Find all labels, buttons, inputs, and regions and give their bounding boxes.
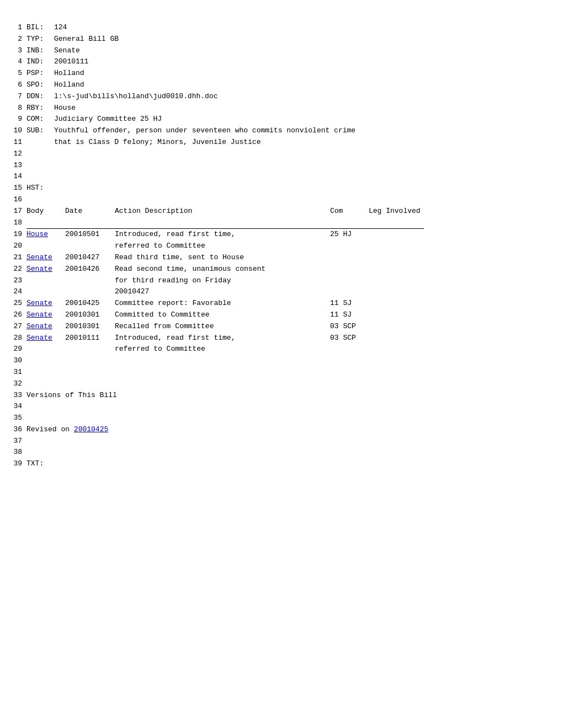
line-content: IND:20010111 — [26, 56, 552, 68]
line-content: referred to Committee — [26, 240, 552, 252]
field-value: House — [54, 104, 76, 112]
line-8: 8RBY:House — [11, 103, 552, 114]
line-content: referred to Committee — [26, 344, 552, 355]
line-content: Senate20010301Recalled from Committee03 … — [26, 321, 552, 333]
line-number: 12 — [11, 148, 26, 160]
divider-com — [330, 217, 369, 229]
line-2: 2TYP:General Bill GB — [11, 34, 552, 45]
line-17: 17BodyDateAction DescriptionComLeg Invol… — [11, 206, 552, 217]
history-body-link[interactable]: Senate — [26, 298, 65, 309]
line-number: 33 — [11, 390, 26, 402]
col-header-action: Action Description — [115, 206, 330, 217]
line-7: 7DDN:l:\s-jud\bills\holland\jud0010.dhh.… — [11, 91, 552, 103]
history-body-link[interactable]: Senate — [26, 321, 65, 333]
line-12: 12 — [11, 148, 552, 160]
field-label: HST: — [26, 183, 54, 194]
line-28: 28Senate20010111Introduced, read first t… — [11, 333, 552, 344]
field-label: RBY: — [26, 103, 54, 114]
history-body-link[interactable]: Senate — [26, 309, 65, 321]
line-content: HST: — [26, 183, 552, 194]
history-action: Read second time, unanimous consent — [115, 264, 330, 275]
line-content — [26, 447, 552, 458]
line-34: 34 — [11, 401, 552, 413]
line-number: 21 — [11, 252, 26, 264]
history-body-link[interactable]: House — [26, 229, 65, 240]
line-number: 32 — [11, 378, 26, 390]
line-25: 25Senate20010425Committee report: Favora… — [11, 298, 552, 309]
line-content — [26, 436, 552, 447]
field-label: COM: — [26, 114, 54, 125]
line-number: 8 — [11, 103, 26, 114]
history-action: Recalled from Committee — [115, 321, 330, 333]
history-body-link[interactable]: Senate — [26, 252, 65, 264]
line-1: 1BIL:124 — [11, 22, 552, 34]
line-number: 37 — [11, 436, 26, 447]
line-number: 29 — [11, 344, 26, 355]
line-5: 5PSP:Holland — [11, 68, 552, 79]
line-number: 2 — [11, 34, 26, 45]
line-36: 36Revised on 20010425 — [11, 424, 552, 436]
field-value: Judiciary Committee 25 HJ — [54, 115, 162, 123]
field-label: SUB: — [26, 125, 54, 137]
line-content: TXT: — [26, 458, 552, 470]
history-action: Committee report: Favorable — [115, 298, 330, 309]
line-number: 17 — [11, 206, 26, 217]
line-31: 31 — [11, 367, 552, 378]
line-38: 38 — [11, 447, 552, 458]
line-content: SPO:Holland — [26, 79, 552, 91]
line-number: 13 — [11, 160, 26, 172]
history-action: Introduced, read first time, — [115, 229, 330, 240]
field-label: INB: — [26, 45, 54, 57]
history-date: 20010301 — [65, 309, 115, 321]
line-23: 23for third reading on Friday — [11, 275, 552, 287]
line-content: House20010501Introduced, read first time… — [26, 229, 552, 240]
field-label: IND: — [26, 56, 54, 68]
history-body-link[interactable]: Senate — [26, 333, 65, 344]
line-content: TYP:General Bill GB — [26, 34, 552, 45]
divider-date — [65, 217, 115, 229]
line-content: Senate20010426Read second time, unanimou… — [26, 264, 552, 275]
line-number: 4 — [11, 56, 26, 68]
line-number: 27 — [11, 321, 26, 333]
divider-leg — [369, 217, 424, 229]
revised-prefix: Revised on — [26, 425, 74, 433]
field-value: 20010111 — [54, 57, 88, 66]
line-37: 37 — [11, 436, 552, 447]
line-21: 21Senate20010427Read third time, sent to… — [11, 252, 552, 264]
line-26: 26Senate20010301Committed to Committee11… — [11, 309, 552, 321]
line-content — [26, 217, 552, 229]
line-number: 38 — [11, 447, 26, 458]
field-label: PSP: — [26, 68, 54, 79]
history-action-cont: referred to Committee — [115, 344, 330, 355]
line-content — [26, 194, 552, 206]
line-number: 19 — [11, 229, 26, 240]
history-body-link[interactable]: Senate — [26, 264, 65, 275]
line-content — [26, 367, 552, 378]
field-value: l:\s-jud\bills\holland\jud0010.dhh.doc — [54, 92, 217, 100]
history-date: 20010427 — [65, 252, 115, 264]
history-action: Committed to Committee — [115, 309, 330, 321]
line-35: 35 — [11, 413, 552, 424]
history-com: 11 SJ — [330, 309, 369, 321]
field-label: TXT: — [26, 458, 54, 470]
history-date: 20010425 — [65, 298, 115, 309]
revised-link[interactable]: 20010425 — [74, 425, 108, 433]
history-com: 11 SJ — [330, 298, 369, 309]
line-29: 29referred to Committee — [11, 344, 552, 355]
line-number: 5 — [11, 68, 26, 79]
field-value: Holland — [54, 81, 84, 89]
line-content: SUB:Youthful offender, person under seve… — [26, 125, 552, 137]
line-22: 22Senate20010426Read second time, unanim… — [11, 264, 552, 275]
history-date: 20010426 — [65, 264, 115, 275]
field-label: DDN: — [26, 91, 54, 103]
line-number: 16 — [11, 194, 26, 206]
line-39: 39TXT: — [11, 458, 552, 470]
line-33: 33Versions of This Bill — [11, 390, 552, 402]
line-content: PSP:Holland — [26, 68, 552, 79]
line-number: 39 — [11, 458, 26, 470]
line-13: 13 — [11, 160, 552, 172]
col-header-leg: Leg Involved — [369, 206, 421, 217]
line-number: 35 — [11, 413, 26, 424]
line-15: 15HST: — [11, 183, 552, 194]
divider-body — [26, 217, 65, 229]
